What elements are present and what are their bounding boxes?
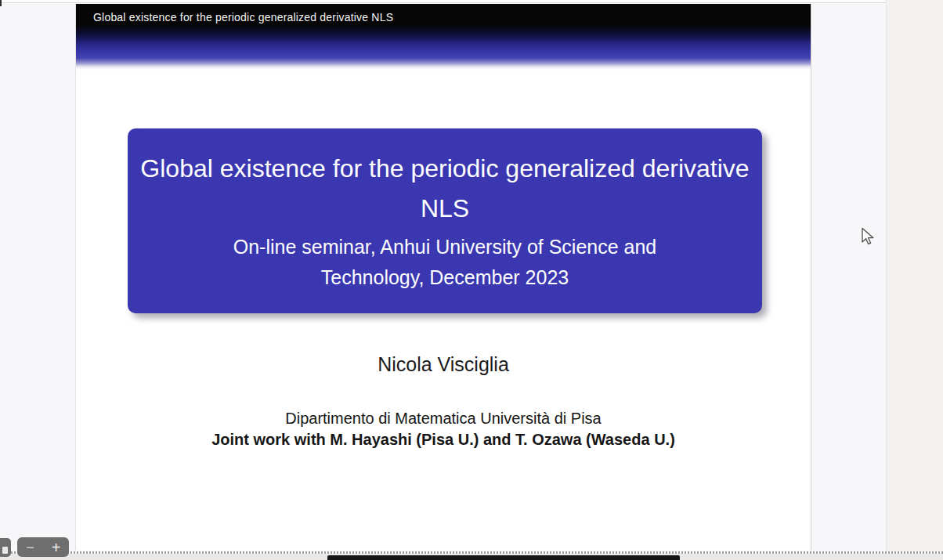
page-thumbnail-icon <box>2 547 8 554</box>
zoom-in-button[interactable]: + <box>43 537 69 557</box>
window-corner-notch <box>0 0 2 6</box>
share-region-dotted-border <box>0 551 943 554</box>
zoom-out-icon: − <box>26 540 34 555</box>
title-box: Global existence for the periodic genera… <box>128 128 762 313</box>
slide-title: Global existence for the periodic genera… <box>139 149 750 229</box>
taskbar-window-strip <box>327 555 680 560</box>
slide-subtitle: On-line seminar, Anhui University of Sci… <box>186 232 703 293</box>
bottom-strip <box>0 551 943 560</box>
zoom-in-icon: + <box>52 540 61 555</box>
slide-header-banner: Global existence for the periodic genera… <box>76 4 811 70</box>
screen: { "slide": { "frametitle": "Global exist… <box>0 0 943 560</box>
affiliation-block: Dipartimento di Matematica Università di… <box>76 408 811 450</box>
institute-line: Dipartimento di Matematica Università di… <box>76 408 811 429</box>
zoom-controls: − + <box>17 537 69 557</box>
author-name: Nicola Visciglia <box>76 353 811 376</box>
desktop-right-margin <box>886 0 943 560</box>
joint-work-line: Joint work with M. Hayashi (Pisa U.) and… <box>76 429 811 450</box>
sidebar-toggle-button[interactable] <box>0 538 11 557</box>
window-top-strip <box>0 0 886 3</box>
slide-frametitle: Global existence for the periodic genera… <box>93 11 393 23</box>
slide-page: Global existence for the periodic genera… <box>75 4 811 551</box>
zoom-out-button[interactable]: − <box>17 537 43 557</box>
